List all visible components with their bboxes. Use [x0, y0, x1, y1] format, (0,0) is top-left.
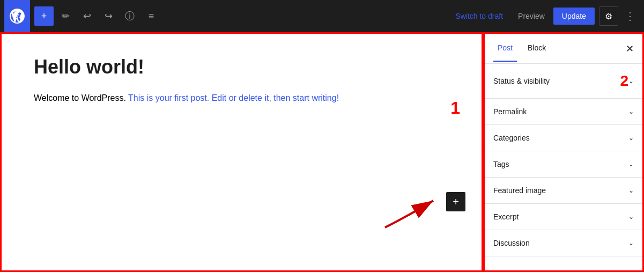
undo-button[interactable]: ↩ — [77, 6, 97, 26]
content-plain-text: Welcome to WordPress. — [34, 93, 128, 102]
content-link[interactable]: This is your first post. Edit or delete … — [128, 93, 339, 102]
edit-icon: ✏ — [62, 10, 70, 22]
more-icon: ⋮ — [625, 10, 635, 23]
chevron-down-icon: ⌄ — [628, 213, 634, 220]
info-icon: ⓘ — [125, 10, 135, 23]
categories-label: Categories — [493, 134, 628, 142]
chevron-down-icon: ⌄ — [628, 77, 634, 85]
permalink-label: Permalink — [493, 107, 628, 116]
chevron-down-icon: ⌄ — [628, 239, 634, 247]
wp-logo-icon — [10, 9, 25, 24]
toolbar: + ✏ ↩ ↪ ⓘ ≡ Switch to draft Preview Upda… — [0, 0, 644, 32]
sidebar-section-tags[interactable]: Tags ⌄ — [485, 151, 642, 178]
annotation-arrow — [374, 185, 439, 227]
chevron-down-icon: ⌄ — [628, 108, 634, 115]
switch-to-draft-button[interactable]: Switch to draft — [449, 8, 509, 25]
excerpt-label: Excerpt — [493, 212, 628, 221]
plus-icon: + — [453, 196, 459, 208]
sidebar-close-button[interactable]: ✕ — [626, 43, 634, 55]
update-button[interactable]: Update — [553, 8, 595, 25]
chevron-down-icon: ⌄ — [628, 160, 634, 168]
close-icon: ✕ — [626, 43, 634, 54]
tab-block[interactable]: Block — [523, 35, 550, 62]
annotation-label-1: 1 — [450, 98, 460, 118]
chevron-down-icon: ⌄ — [628, 187, 634, 194]
annotation-label-2: 2 — [620, 72, 628, 90]
post-title: Hello world! — [34, 55, 449, 78]
gear-icon: ⚙ — [605, 11, 612, 21]
editor-area[interactable]: Hello world! Welcome to WordPress. This … — [0, 32, 483, 272]
sidebar-section-discussion[interactable]: Discussion ⌄ — [485, 230, 642, 256]
discussion-label: Discussion — [493, 239, 628, 247]
sidebar-section-featured-image[interactable]: Featured image ⌄ — [485, 178, 642, 204]
add-block-toolbar-button[interactable]: + — [34, 6, 54, 26]
main-layout: Hello world! Welcome to WordPress. This … — [0, 32, 644, 272]
tags-label: Tags — [493, 160, 628, 168]
sidebar-section-status[interactable]: Status & visibility 2 ⌄ — [485, 64, 642, 99]
sidebar-section-permalink[interactable]: Permalink ⌄ — [485, 99, 642, 125]
settings-button[interactable]: ⚙ — [599, 6, 618, 26]
featured-image-label: Featured image — [493, 186, 628, 195]
add-block-button[interactable]: + — [446, 192, 465, 211]
sidebar-header: Post Block ✕ — [485, 34, 642, 64]
sidebar-section-categories[interactable]: Categories ⌄ — [485, 125, 642, 151]
edit-mode-button[interactable]: ✏ — [56, 6, 75, 26]
more-options-button[interactable]: ⋮ — [620, 6, 640, 26]
undo-icon: ↩ — [83, 10, 91, 22]
list-view-button[interactable]: ≡ — [142, 6, 161, 26]
sidebar-section-excerpt[interactable]: Excerpt ⌄ — [485, 204, 642, 230]
list-view-icon: ≡ — [149, 11, 154, 22]
details-button[interactable]: ⓘ — [120, 6, 139, 26]
post-content[interactable]: Welcome to WordPress. This is your first… — [34, 91, 449, 105]
preview-button[interactable]: Preview — [512, 8, 551, 25]
wp-logo-button[interactable] — [4, 0, 30, 32]
redo-button[interactable]: ↪ — [99, 6, 118, 26]
chevron-down-icon: ⌄ — [628, 134, 634, 142]
status-visibility-label: Status & visibility — [493, 77, 616, 85]
redo-icon: ↪ — [105, 10, 113, 22]
sidebar: Post Block ✕ Status & visibility 2 ⌄ Per… — [483, 32, 644, 272]
tab-post[interactable]: Post — [493, 35, 517, 62]
